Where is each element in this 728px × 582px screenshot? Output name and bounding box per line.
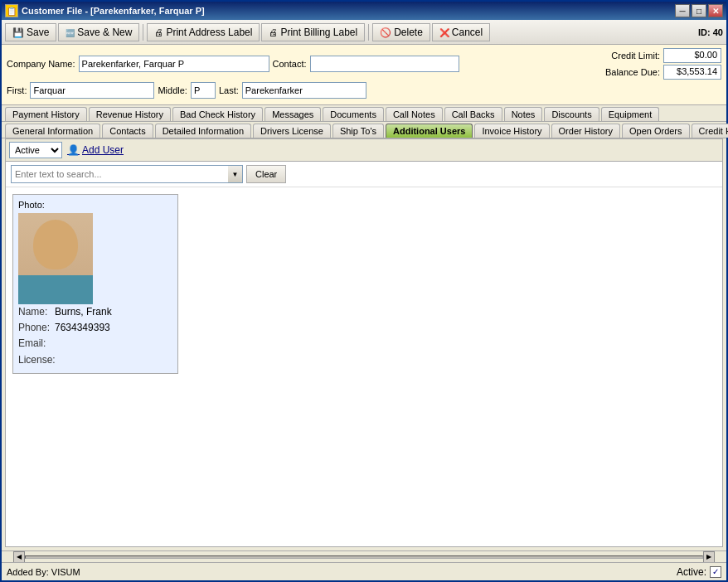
user-info: Name: Burns, Frank Phone: 7634349393 Ema… xyxy=(18,304,172,368)
contact-input[interactable] xyxy=(310,56,459,72)
save-button[interactable]: Save xyxy=(5,23,56,41)
add-user-button[interactable]: 👤 Add User xyxy=(67,144,124,156)
save-new-icon xyxy=(66,27,75,38)
tab-row-2: General InformationContactsDetailed Info… xyxy=(2,122,726,138)
license-row: License: xyxy=(18,352,172,368)
middle-label: Middle: xyxy=(158,85,187,95)
horizontal-scrollbar: ◀ ▶ xyxy=(2,550,726,562)
credit-limit-row: Credit Limit: $0.00 xyxy=(611,48,721,63)
tab-general-information[interactable]: General Information xyxy=(5,124,100,138)
tab-open-orders[interactable]: Open Orders xyxy=(622,124,690,138)
sub-toolbar: Active Inactive All 👤 Add User xyxy=(6,139,722,162)
cancel-icon xyxy=(439,27,449,38)
title-bar: 📋 Customer File - [Parekenfarker, Farqua… xyxy=(2,2,726,20)
main-window: 📋 Customer File - [Parekenfarker, Farqua… xyxy=(0,0,728,582)
user-photo xyxy=(18,213,93,304)
first-label: First: xyxy=(7,85,27,95)
credit-section: Credit Limit: $0.00 Balance Due: $3,553.… xyxy=(605,48,721,80)
print-address-button[interactable]: Print Address Label xyxy=(147,23,260,41)
balance-due-value: $3,553.14 xyxy=(663,65,721,80)
delete-icon xyxy=(380,27,391,38)
active-checkbox[interactable]: ✓ xyxy=(710,566,721,578)
form-row-1: Company Name: Contact: Credit Limit: $0.… xyxy=(7,48,721,80)
status-bar: Added By: VISUM Active: ✓ xyxy=(2,562,726,580)
clear-button[interactable]: Clear xyxy=(246,165,286,183)
delete-button[interactable]: Delete xyxy=(372,23,430,41)
print-address-icon xyxy=(154,27,163,38)
tab-invoice-history[interactable]: Invoice History xyxy=(474,124,549,138)
close-button[interactable]: ✕ xyxy=(708,4,723,17)
added-by-text: Added By: VISUM xyxy=(7,567,80,577)
email-row: Email: xyxy=(18,336,172,352)
tab-contacts[interactable]: Contacts xyxy=(102,124,153,138)
cancel-button[interactable]: Cancel xyxy=(432,23,490,41)
tab-payment-history[interactable]: Payment History xyxy=(5,107,87,121)
tab-additional-users[interactable]: Additional Users xyxy=(386,124,473,138)
tab-row-1: Payment HistoryRevenue HistoryBad Check … xyxy=(2,105,726,122)
company-name-label: Company Name: xyxy=(7,59,75,69)
tab-ship-tos[interactable]: Ship To's xyxy=(332,124,384,138)
middle-name-input[interactable] xyxy=(191,82,216,99)
maximize-button[interactable]: □ xyxy=(692,4,706,17)
save-icon xyxy=(12,27,24,38)
contact-label: Contact: xyxy=(273,59,307,69)
phone-value: 7634349393 xyxy=(55,320,110,336)
phone-row: Phone: 7634349393 xyxy=(18,320,172,336)
minimize-button[interactable]: ─ xyxy=(675,4,690,17)
first-name-input[interactable] xyxy=(30,82,154,99)
email-label: Email: xyxy=(18,336,51,352)
last-name-input[interactable] xyxy=(242,82,366,99)
window-controls: ─ □ ✕ xyxy=(675,4,723,17)
search-dropdown-button[interactable]: ▼ xyxy=(228,165,243,183)
name-value: Burns, Frank xyxy=(55,304,112,320)
photo-label: Photo: xyxy=(18,200,172,210)
tab-detailed-information[interactable]: Detailed Information xyxy=(155,124,251,138)
tab-call-notes[interactable]: Call Notes xyxy=(386,107,443,121)
company-name-input[interactable] xyxy=(79,56,269,72)
tab-drivers-license[interactable]: Drivers License xyxy=(253,124,331,138)
form-row-2: First: Middle: Last: xyxy=(7,82,721,99)
credit-limit-value: $0.00 xyxy=(663,48,721,63)
phone-label: Phone: xyxy=(18,320,51,336)
credit-limit-label: Credit Limit: xyxy=(611,51,660,61)
tab-revenue-history[interactable]: Revenue History xyxy=(89,107,171,121)
print-billing-icon xyxy=(269,27,278,38)
tab-bad-check-history[interactable]: Bad Check History xyxy=(172,107,263,121)
tab-call-backs[interactable]: Call Backs xyxy=(444,107,502,121)
search-input[interactable] xyxy=(11,165,243,183)
tab-documents[interactable]: Documents xyxy=(323,107,384,121)
toolbar-separator xyxy=(143,24,143,41)
window-title: Customer File - [Parekenfarker, Farquar … xyxy=(22,6,672,16)
tab-discounts[interactable]: Discounts xyxy=(544,107,599,121)
user-card: Photo: Name: Burns, Frank Phone: 7634349… xyxy=(12,194,178,374)
tab-equipment[interactable]: Equipment xyxy=(601,107,660,121)
tab-notes[interactable]: Notes xyxy=(504,107,543,121)
name-label: Name: xyxy=(18,304,51,320)
search-input-wrap: ▼ xyxy=(11,165,243,183)
search-bar: ▼ Clear xyxy=(6,162,722,187)
record-id: ID: 40 xyxy=(698,27,723,37)
tab-credit-history[interactable]: Credit History xyxy=(692,124,728,138)
form-section: Company Name: Contact: Credit Limit: $0.… xyxy=(2,45,726,105)
scroll-track[interactable] xyxy=(25,555,703,559)
window-icon: 📋 xyxy=(5,4,18,17)
license-label: License: xyxy=(18,352,56,368)
status-select[interactable]: Active Inactive All xyxy=(9,142,62,158)
tab-order-history[interactable]: Order History xyxy=(551,124,620,138)
add-user-icon: 👤 xyxy=(67,144,80,156)
tab-messages[interactable]: Messages xyxy=(265,107,321,121)
balance-due-row: Balance Due: $3,553.14 xyxy=(605,65,721,80)
active-section: Active: ✓ xyxy=(677,566,721,578)
scroll-left-button[interactable]: ◀ xyxy=(13,551,25,563)
balance-due-label: Balance Due: xyxy=(605,67,660,77)
content-area: Active Inactive All 👤 Add User ▼ Clear P… xyxy=(5,138,723,547)
active-label: Active: xyxy=(677,566,706,578)
toolbar-separator-2 xyxy=(368,24,369,41)
name-row: Name: Burns, Frank xyxy=(18,304,172,320)
toolbar: Save Save & New Print Address Label Prin… xyxy=(2,20,726,45)
print-billing-button[interactable]: Print Billing Label xyxy=(261,23,365,41)
last-label: Last: xyxy=(219,85,239,95)
scroll-right-button[interactable]: ▶ xyxy=(703,551,715,563)
tabs-area: Payment HistoryRevenue HistoryBad Check … xyxy=(2,105,726,138)
save-new-button[interactable]: Save & New xyxy=(58,23,139,41)
